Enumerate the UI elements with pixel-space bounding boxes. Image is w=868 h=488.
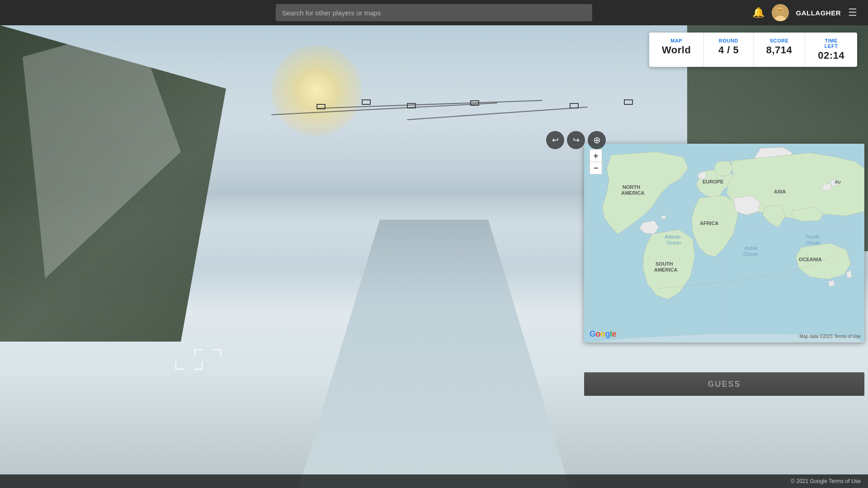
hud-map-label: MAP: [662, 38, 691, 43]
zoom-toggle-icon: ⊕: [593, 135, 601, 145]
hud-map-value: World: [662, 44, 691, 56]
svg-text:AFRICA: AFRICA: [700, 221, 719, 226]
svg-text:Indian: Indian: [745, 245, 758, 251]
zoom-out-button[interactable]: −: [590, 162, 602, 174]
hud-round-cell: ROUND 4 / 5: [704, 33, 753, 67]
chairlift-chair: [316, 104, 326, 109]
chairlift-chair-5: [570, 103, 579, 108]
hud-round-value: 4 / 5: [717, 44, 740, 56]
hud-time-cell: TIME LEFT 02:14: [805, 33, 857, 67]
search-input[interactable]: Search for other players or maps: [276, 4, 592, 21]
hud-time-value: 02:14: [818, 50, 844, 61]
zoom-in-button[interactable]: +: [590, 149, 602, 162]
world-map-svg: Pacific Ocean Atlantic Ocean Indian Ocea…: [584, 144, 864, 343]
hud-time-label: TIME LEFT: [818, 38, 844, 49]
svg-text:EUROPE: EUROPE: [703, 179, 723, 184]
map-copyright: Map data ©2021 Terms of Use: [799, 334, 861, 339]
footer: © 2021 Google Terms of Use: [0, 474, 868, 488]
svg-text:Ocean: Ocean: [743, 251, 758, 257]
guess-button-label: GUESS: [708, 380, 741, 389]
svg-text:OCEANIA: OCEANIA: [799, 257, 822, 262]
ski-lift-wire-3: [407, 107, 587, 120]
chairlift-chair-2: [362, 99, 371, 105]
hud-score-label: SCORE: [766, 38, 793, 43]
hud-score-cell: SCORE 8,714: [754, 33, 806, 67]
navigate-back-icon: ↩: [552, 135, 559, 145]
svg-text:ASIA: ASIA: [774, 189, 786, 194]
navigate-forward-button[interactable]: ↪: [567, 131, 585, 149]
chairlift-chair-3: [407, 103, 416, 108]
zoom-controls: + −: [590, 149, 602, 174]
chairlift-chair-4: [470, 100, 479, 106]
notification-bell-icon[interactable]: 🔔: [752, 7, 764, 19]
username-label: GALLAGHER: [796, 9, 841, 17]
svg-point-3: [777, 8, 783, 14]
guess-button[interactable]: GUESS: [584, 372, 864, 396]
svg-text:Ocean: Ocean: [666, 240, 681, 245]
avatar[interactable]: [772, 4, 789, 21]
hud-score-value: 8,714: [766, 44, 793, 56]
hud-map-cell: MAP World: [649, 33, 704, 67]
search-placeholder: Search for other players or maps: [282, 9, 381, 17]
svg-text:NORTH: NORTH: [623, 184, 640, 190]
svg-text:EU: EU: [835, 180, 841, 184]
header-right: 🔔 GALLAGHER ☰: [752, 4, 858, 21]
map-svg-container[interactable]: Pacific Ocean Atlantic Ocean Indian Ocea…: [584, 144, 864, 343]
zoom-toggle-button[interactable]: ⊕: [588, 131, 606, 149]
expand-icon-bottom: [175, 347, 203, 371]
svg-text:Atlantic: Atlantic: [664, 234, 681, 239]
sun-flare: [271, 45, 362, 136]
svg-point-4: [778, 9, 779, 11]
svg-text:AMERICA: AMERICA: [654, 267, 677, 272]
svg-point-5: [781, 9, 782, 11]
hud-round-label: ROUND: [717, 38, 740, 43]
google-logo: Google: [590, 329, 616, 339]
navigate-forward-icon: ↪: [573, 135, 580, 145]
map-navigation-controls: ↩ ↪ ⊕: [546, 131, 606, 149]
hamburger-menu-icon[interactable]: ☰: [848, 8, 857, 18]
header: Search for other players or maps 🔔 GALLA…: [0, 0, 868, 25]
map-panel[interactable]: Pacific Ocean Atlantic Ocean Indian Ocea…: [584, 144, 864, 343]
svg-text:Pacific: Pacific: [806, 234, 821, 239]
svg-text:AMERICA: AMERICA: [621, 190, 644, 196]
svg-text:SOUTH: SOUTH: [656, 261, 673, 267]
svg-text:Ocean: Ocean: [806, 240, 820, 245]
hud-box: MAP World ROUND 4 / 5 SCORE 8,714 TIME L…: [649, 33, 857, 67]
navigate-back-button[interactable]: ↩: [546, 131, 564, 149]
footer-text: © 2021 Google Terms of Use: [791, 478, 861, 484]
chairlift-chair-6: [624, 99, 633, 105]
